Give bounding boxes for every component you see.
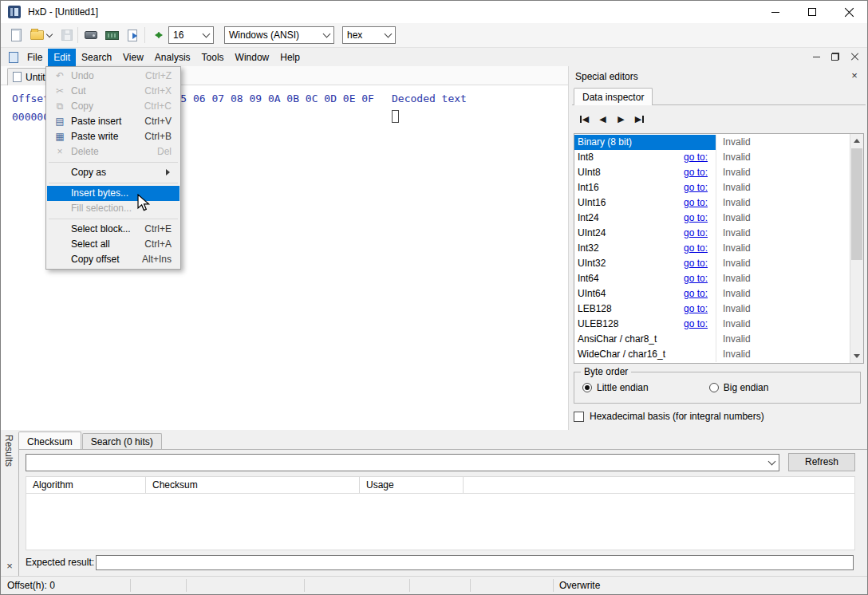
results-tab[interactable]: Search (0 hits) <box>82 433 162 449</box>
column-header[interactable]: Usage <box>360 477 464 493</box>
goto-link[interactable]: go to: <box>684 180 716 195</box>
goto-link[interactable]: go to: <box>684 226 716 241</box>
edit-menu-item[interactable]: Select all Ctrl+A <box>47 237 180 252</box>
goto-link[interactable] <box>684 135 716 150</box>
inspector-row[interactable]: UInt32 go to: Invalid <box>574 256 850 271</box>
results-tab[interactable]: Checksum <box>18 431 81 449</box>
mdi-restore-button[interactable] <box>826 49 845 64</box>
first-button[interactable]: ◀ <box>575 111 594 127</box>
maximize-button[interactable] <box>794 1 831 23</box>
refresh-button[interactable]: Refresh <box>788 453 855 471</box>
inspector-row[interactable]: WideChar / char16_t Invalid <box>574 347 850 362</box>
goto-link[interactable]: go to: <box>684 195 716 211</box>
edit-menu-item[interactable] <box>49 183 178 183</box>
last-button[interactable]: ▶ <box>630 111 649 127</box>
menubar-item[interactable]: File <box>22 49 48 66</box>
column-header[interactable]: Algorithm <box>26 477 146 493</box>
chevron-down-icon[interactable] <box>381 27 395 43</box>
goto-link[interactable]: go to: <box>684 286 716 301</box>
edit-menu-item[interactable]: Select block... Ctrl+E <box>47 222 180 237</box>
open-ram-button[interactable] <box>101 26 122 45</box>
bytes-per-row-select[interactable]: 16 <box>168 26 214 44</box>
type-value: Invalid <box>716 180 850 195</box>
mdi-close-button[interactable] <box>845 49 864 64</box>
inspector-row[interactable]: Int8 go to: Invalid <box>574 150 850 165</box>
edit-menu-item[interactable]: Fill selection... <box>47 201 180 216</box>
edit-menu-item[interactable] <box>49 162 178 163</box>
byte-order-radio[interactable]: Little endian <box>582 382 649 393</box>
edit-menu-item[interactable]: Copy as <box>47 165 180 180</box>
byte-order-radio[interactable]: Big endian <box>709 382 769 393</box>
inspector-row[interactable]: Int24 go to: Invalid <box>574 211 850 226</box>
goto-link[interactable]: go to: <box>684 301 716 317</box>
goto-link[interactable]: go to: <box>684 241 716 256</box>
save-button[interactable] <box>57 26 77 45</box>
goto-link[interactable]: go to: <box>684 271 716 286</box>
edit-menu-item[interactable]: ↶ Undo Ctrl+Z <box>47 69 180 84</box>
edit-menu-item[interactable] <box>49 219 178 219</box>
menu-item-label: Fill selection... <box>71 203 132 214</box>
goto-link[interactable] <box>684 332 716 347</box>
inspector-row[interactable]: Binary (8 bit) Invalid <box>574 135 850 150</box>
scroll-up-icon[interactable] <box>850 134 863 148</box>
menubar-item[interactable]: Edit <box>48 49 76 66</box>
next-button[interactable]: ▶ <box>612 111 630 127</box>
inspector-row[interactable]: ULEB128 go to: Invalid <box>574 317 850 332</box>
encoding-select[interactable]: Windows (ANSI) <box>224 26 334 44</box>
edit-menu-item[interactable]: × Delete Del <box>47 144 180 160</box>
close-button[interactable] <box>831 1 867 23</box>
goto-link[interactable]: go to: <box>684 165 716 180</box>
status-insert-mode[interactable]: Overwrite <box>559 580 600 591</box>
chevron-down-icon[interactable] <box>319 27 333 43</box>
edit-menu-item[interactable]: ✂ Cut Ctrl+X <box>47 84 180 99</box>
inspector-row[interactable]: UInt24 go to: Invalid <box>574 226 850 241</box>
menu-item-label: Cut <box>71 85 86 97</box>
inspector-row[interactable]: AnsiChar / char8_t Invalid <box>574 332 850 347</box>
menu-item-shortcut: Ctrl+Z <box>145 69 172 84</box>
chevron-down-icon[interactable] <box>199 27 213 43</box>
inspector-row[interactable]: UInt8 go to: Invalid <box>574 165 850 180</box>
inspector-row[interactable]: LEB128 go to: Invalid <box>574 301 850 317</box>
goto-link[interactable]: go to: <box>684 211 716 226</box>
open-file-button[interactable] <box>26 26 55 45</box>
edit-menu-item[interactable]: Copy offset Alt+Ins <box>47 252 180 267</box>
inspector-row[interactable]: Int32 go to: Invalid <box>574 241 850 256</box>
new-file-button[interactable] <box>6 26 26 45</box>
menubar-item[interactable]: Analysis <box>149 49 196 66</box>
previous-button[interactable]: ◀ <box>594 111 612 127</box>
expected-result-row: Expected result: <box>26 555 853 571</box>
inspector-row[interactable]: Int64 go to: Invalid <box>574 271 850 286</box>
inspector-row[interactable]: Int16 go to: Invalid <box>574 180 850 195</box>
open-disk-button[interactable] <box>81 26 101 45</box>
edit-menu-item[interactable]: Insert bytes... <box>47 186 180 201</box>
checksum-algorithm-select[interactable] <box>26 454 779 471</box>
chevron-down-icon[interactable] <box>764 455 779 471</box>
edit-menu-item[interactable]: ▦ Paste write Ctrl+B <box>47 129 180 144</box>
menubar-item[interactable]: View <box>117 49 149 66</box>
edit-menu-item[interactable]: ▤ Paste insert Ctrl+V <box>47 114 180 129</box>
inspector-row[interactable]: UInt16 go to: Invalid <box>574 195 850 211</box>
column-header[interactable]: Checksum <box>146 477 360 493</box>
menubar-item[interactable]: Help <box>274 49 306 66</box>
close-panel-button[interactable]: × <box>848 69 861 82</box>
goto-link[interactable] <box>684 347 716 362</box>
goto-link[interactable]: go to: <box>684 150 716 165</box>
tab-data-inspector[interactable]: Data inspector <box>574 88 653 105</box>
hex-basis-checkbox[interactable]: Hexadecimal basis (for integral numbers) <box>574 411 764 422</box>
edit-menu-item[interactable]: ⧉ Copy Ctrl+C <box>47 99 180 114</box>
menubar-item[interactable]: Tools <box>196 49 230 66</box>
scrollbar[interactable] <box>850 134 863 363</box>
minimize-button[interactable] <box>757 1 794 23</box>
menubar-item[interactable]: Search <box>76 49 117 66</box>
close-results-button[interactable]: × <box>3 560 16 573</box>
goto-link[interactable]: go to: <box>684 256 716 271</box>
export-button[interactable] <box>122 26 143 45</box>
goto-link[interactable]: go to: <box>684 317 716 332</box>
inspector-row[interactable]: UInt64 go to: Invalid <box>574 286 850 301</box>
expected-result-input[interactable] <box>96 555 854 570</box>
menubar-item[interactable]: Window <box>230 49 275 66</box>
scrollbar-thumb[interactable] <box>851 148 862 260</box>
scroll-down-icon[interactable] <box>850 349 863 363</box>
mdi-minimize-button[interactable] <box>807 49 826 64</box>
offset-base-select[interactable]: hex <box>342 26 396 44</box>
